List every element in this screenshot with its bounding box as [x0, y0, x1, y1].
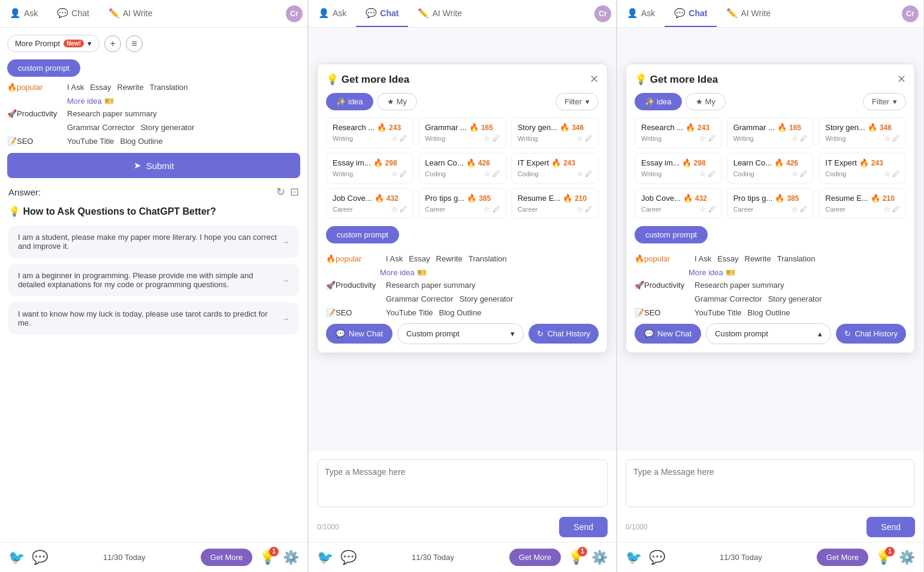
- get-more-btn-3[interactable]: Get More: [817, 549, 868, 566]
- get-more-btn-1[interactable]: Get More: [201, 549, 252, 566]
- prompt-dropdown-1[interactable]: More Prompt New! ▾: [7, 35, 99, 52]
- overlay-more-idea-3[interactable]: More idea 🎫: [689, 268, 906, 277]
- prompt-card-3-5[interactable]: Learn Co... 🔥426 Coding☆ 🖊: [727, 153, 814, 183]
- cat-item-essay-1[interactable]: Essay: [90, 83, 111, 92]
- prompt-card-3-3[interactable]: Story gen... 🔥346 Writing☆ 🖊: [819, 118, 906, 148]
- cat-item-blogoutline-1[interactable]: Blog Outline: [120, 137, 163, 146]
- avatar-1[interactable]: Cr: [286, 5, 303, 22]
- wechat-icon-2[interactable]: 💬: [340, 550, 357, 565]
- filter-dropdown-2[interactable]: Filter ▾: [555, 93, 599, 110]
- suggestion-2[interactable]: I am a beginner in programming. Please p…: [8, 264, 299, 296]
- overlay-blog-2[interactable]: Blog Outline: [439, 308, 482, 317]
- overlay-grammar-3[interactable]: Grammar Corrector: [694, 294, 762, 303]
- cat-item-rewrite-1[interactable]: Rewrite: [117, 83, 144, 92]
- wechat-icon-1[interactable]: 💬: [32, 550, 48, 565]
- new-chat-btn-3[interactable]: 💬 New Chat: [635, 324, 701, 344]
- send-btn-3[interactable]: Send: [866, 517, 915, 537]
- overlay-blog-3[interactable]: Blog Outline: [748, 308, 790, 317]
- chat-history-btn-3[interactable]: ↻ Chat History: [836, 324, 906, 344]
- tab-aiwrite-1[interactable]: ✏️ AI Write: [99, 0, 162, 27]
- send-btn-2[interactable]: Send: [559, 517, 608, 537]
- chat-history-btn-2[interactable]: ↻ Chat History: [529, 324, 599, 344]
- idea-tab-my-3[interactable]: ★ My: [686, 93, 726, 110]
- overlay-custom-prompt-btn-3[interactable]: custom prompt: [635, 226, 708, 243]
- prompt-card-3-1[interactable]: Research ... 🔥243 Writing☆ 🖊: [635, 118, 722, 148]
- gear-icon-2[interactable]: ⚙️: [591, 550, 608, 565]
- prompt-card-3-4[interactable]: Essay im... 🔥298 Writing☆ 🖊: [635, 153, 722, 183]
- overlay-youtube-2[interactable]: YouTube Title: [386, 308, 433, 317]
- prompt-card-3-9[interactable]: Resume E... 🔥210 Career☆ 🖊: [819, 188, 906, 219]
- overlay-essay-2[interactable]: Essay: [409, 254, 430, 263]
- add-icon-1[interactable]: +: [104, 35, 121, 52]
- tab-aiwrite-2[interactable]: ✏️ AI Write: [408, 0, 472, 27]
- copy-icon-1[interactable]: ⊡: [290, 185, 299, 198]
- custom-prompt-select-2[interactable]: Custom prompt ▾: [397, 323, 524, 344]
- cat-item-grammar-1[interactable]: Grammar Corrector: [67, 123, 135, 132]
- tab-aiwrite-3[interactable]: ✏️ AI Write: [717, 0, 780, 27]
- prompt-card-3-7[interactable]: Job Cove... 🔥432 Career☆ 🖊: [635, 188, 722, 219]
- overlay-iask-3[interactable]: I Ask: [694, 254, 711, 263]
- overlay-research-3[interactable]: Research paper summary: [694, 281, 784, 290]
- tab-ask-1[interactable]: 👤 Ask: [0, 0, 47, 27]
- overlay-story-3[interactable]: Story generator: [768, 294, 822, 303]
- idea-tab-my-2[interactable]: ★ My: [377, 93, 417, 110]
- tab-chat-1[interactable]: 💬 Chat: [47, 0, 99, 27]
- custom-prompt-select-3[interactable]: Custom prompt ▴: [706, 323, 831, 344]
- layers-icon-1[interactable]: ≡: [126, 35, 143, 52]
- gear-icon-3[interactable]: ⚙️: [899, 550, 915, 565]
- suggestion-1[interactable]: I am a student, please make my paper mor…: [8, 225, 299, 258]
- overlay-translation-3[interactable]: Translation: [777, 254, 816, 263]
- custom-prompt-btn-1[interactable]: custom prompt: [7, 59, 80, 77]
- cat-item-youtube-1[interactable]: YouTube Title: [67, 137, 114, 146]
- tab-chat-3[interactable]: 💬 Chat: [665, 0, 717, 27]
- overlay-translation-2[interactable]: Translation: [469, 254, 507, 263]
- overlay-grammar-2[interactable]: Grammar Corrector: [386, 294, 454, 303]
- message-input-2[interactable]: [317, 459, 608, 507]
- overlay-essay-3[interactable]: Essay: [717, 254, 738, 263]
- overlay-research-2[interactable]: Research paper summary: [386, 281, 476, 290]
- prompt-card-2-4[interactable]: Essay im... 🔥298 Writing☆ 🖊: [326, 153, 413, 183]
- prompt-card-2-9[interactable]: Resume E... 🔥210 Career☆ 🖊: [511, 188, 599, 219]
- overlay-story-2[interactable]: Story generator: [460, 294, 514, 303]
- submit-btn-1[interactable]: ➤ Submit: [7, 153, 300, 178]
- overlay-iask-2[interactable]: I Ask: [386, 254, 403, 263]
- get-more-btn-2[interactable]: Get More: [509, 549, 561, 566]
- twitter-icon-1[interactable]: 🐦: [8, 550, 25, 565]
- prompt-card-2-7[interactable]: Job Cove... 🔥432 Career☆ 🖊: [326, 188, 413, 219]
- prompt-card-2-6[interactable]: IT Expert 🔥243 Coding☆ 🖊: [511, 153, 599, 183]
- overlay-close-btn-3[interactable]: ✕: [897, 73, 906, 86]
- prompt-card-2-5[interactable]: Learn Co... 🔥426 Coding☆ 🖊: [418, 153, 506, 183]
- cat-item-iask-1[interactable]: I Ask: [67, 83, 84, 92]
- prompt-card-2-3[interactable]: Story gen... 🔥346 Writing☆ 🖊: [511, 118, 599, 148]
- refresh-icon-1[interactable]: ↻: [276, 185, 285, 198]
- overlay-custom-prompt-btn-2[interactable]: custom prompt: [326, 226, 399, 243]
- suggestion-3[interactable]: I want to know how my luck is today, ple…: [8, 302, 299, 335]
- idea-tab-idea-3[interactable]: ✨ idea: [635, 93, 682, 110]
- overlay-more-idea-2[interactable]: More idea 🎫: [380, 268, 599, 277]
- prompt-card-2-1[interactable]: Research ... 🔥243 Writing☆ 🖊: [326, 118, 413, 148]
- more-idea-1[interactable]: More idea 🎫: [67, 97, 300, 106]
- avatar-2[interactable]: Cr: [594, 5, 611, 22]
- cat-item-story-1[interactable]: Story generator: [141, 123, 195, 132]
- prompt-card-3-2[interactable]: Grammar ... 🔥165 Writing☆ 🖊: [727, 118, 814, 148]
- gear-icon-1[interactable]: ⚙️: [283, 550, 299, 565]
- twitter-icon-2[interactable]: 🐦: [317, 550, 333, 565]
- tab-chat-2[interactable]: 💬 Chat: [356, 0, 408, 27]
- overlay-rewrite-3[interactable]: Rewrite: [745, 254, 771, 263]
- prompt-card-3-8[interactable]: Pro tips g... 🔥385 Career☆ 🖊: [727, 188, 814, 219]
- filter-dropdown-3[interactable]: Filter ▾: [863, 93, 906, 110]
- wechat-icon-3[interactable]: 💬: [649, 550, 665, 565]
- tab-ask-2[interactable]: 👤 Ask: [309, 0, 356, 27]
- tab-ask-3[interactable]: 👤 Ask: [617, 0, 665, 27]
- prompt-card-2-2[interactable]: Grammar ... 🔥165 Writing☆ 🖊: [418, 118, 506, 148]
- idea-tab-idea-2[interactable]: ✨ idea: [326, 93, 373, 110]
- prompt-card-3-6[interactable]: IT Expert 🔥243 Coding☆ 🖊: [819, 153, 906, 183]
- overlay-youtube-3[interactable]: YouTube Title: [694, 308, 742, 317]
- overlay-rewrite-2[interactable]: Rewrite: [436, 254, 463, 263]
- cat-item-research-1[interactable]: Research paper summary: [67, 109, 157, 118]
- prompt-card-2-8[interactable]: Pro tips g... 🔥385 Career☆ 🖊: [418, 188, 506, 219]
- overlay-close-btn-2[interactable]: ✕: [590, 73, 599, 86]
- avatar-3[interactable]: Cr: [902, 5, 919, 22]
- new-chat-btn-2[interactable]: 💬 New Chat: [326, 324, 392, 344]
- message-input-3[interactable]: [626, 459, 915, 507]
